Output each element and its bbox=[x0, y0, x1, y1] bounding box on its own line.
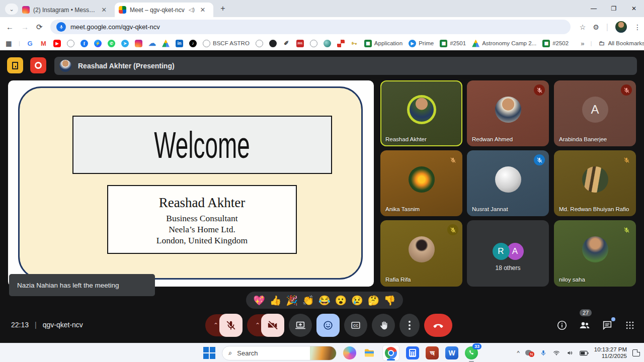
file-explorer-icon[interactable] bbox=[363, 346, 376, 359]
captions-button[interactable]: CC bbox=[344, 314, 367, 337]
volume-icon[interactable] bbox=[566, 349, 574, 356]
bookmark-red-201[interactable]: 201 bbox=[296, 40, 304, 47]
reaction-emoji-button[interactable]: 😢 bbox=[351, 296, 363, 305]
present-screen-button[interactable] bbox=[289, 314, 312, 337]
tray-app-icon[interactable]: N bbox=[525, 349, 534, 357]
chat-panel-button[interactable] bbox=[600, 318, 614, 332]
back-icon[interactable]: ← bbox=[6, 23, 14, 31]
bookmark-instagram[interactable] bbox=[135, 40, 142, 47]
bookmark-teal[interactable] bbox=[324, 40, 331, 47]
record-overlay-button[interactable] bbox=[30, 57, 46, 73]
calculator-icon[interactable] bbox=[406, 346, 419, 359]
bookmark-gold[interactable]: 🗝 bbox=[351, 40, 358, 47]
bookmark-facebook[interactable]: f bbox=[80, 40, 88, 47]
tray-clock[interactable]: 10:13:27 PM 11/2/2025 bbox=[594, 346, 627, 359]
participant-tile[interactable]: RA18 others bbox=[467, 220, 549, 287]
bookmark-pen[interactable]: ✐ bbox=[283, 40, 290, 47]
reaction-emoji-button[interactable]: 🎉 bbox=[286, 296, 298, 305]
reactions-button[interactable] bbox=[316, 314, 340, 337]
reload-icon[interactable]: ⟳ bbox=[36, 23, 43, 32]
battery-icon[interactable] bbox=[580, 350, 589, 356]
participant-tile[interactable]: Rafia Rifa bbox=[380, 220, 462, 287]
reaction-emoji-button[interactable]: 😮 bbox=[335, 296, 347, 305]
bookmark-prime-prime[interactable]: ▶Prime bbox=[409, 40, 434, 47]
end-call-button[interactable] bbox=[424, 314, 452, 337]
participant-tile[interactable]: Anika Tasnim bbox=[380, 150, 462, 216]
tab-audio-icon[interactable]: ◁) bbox=[189, 7, 195, 13]
people-panel-button[interactable]: 27 bbox=[578, 318, 592, 332]
tab-meet[interactable]: Meet – qgv-qket-ncv ◁) ✕ bbox=[115, 3, 213, 17]
mic-permission-icon[interactable] bbox=[56, 22, 66, 32]
bookmark-dark-globe[interactable] bbox=[269, 40, 277, 47]
extensions-icon[interactable]: ⚙ bbox=[593, 23, 599, 31]
reaction-emoji-button[interactable]: 👍 bbox=[270, 296, 282, 305]
tab-close-icon[interactable]: ✕ bbox=[100, 6, 108, 14]
tab-close-icon[interactable]: ✕ bbox=[199, 6, 207, 14]
bookmark-gmail[interactable]: M bbox=[40, 40, 47, 47]
participant-tile[interactable]: AArabinda Banerjee bbox=[554, 80, 636, 146]
bookmark-tiktok[interactable]: ♪ bbox=[189, 40, 197, 47]
bookmark-cloud[interactable]: ☁ bbox=[148, 40, 156, 47]
bookmark-messenger[interactable]: ⚡ bbox=[94, 40, 102, 47]
minimize-button[interactable]: — bbox=[584, 0, 604, 17]
tab-search-button[interactable]: ⌄ bbox=[5, 4, 18, 15]
mic-mute-button[interactable] bbox=[219, 314, 243, 337]
search-highlight-image[interactable] bbox=[310, 346, 336, 360]
bookmark-drive[interactable] bbox=[162, 40, 170, 47]
participant-name: Nusrat Jannat bbox=[472, 206, 508, 212]
bookmark-folder-all-bookmarks[interactable]: 🗀All Bookmarks bbox=[598, 40, 644, 47]
raise-hand-button[interactable] bbox=[372, 314, 395, 337]
participant-tile[interactable]: Nusrat Jannat bbox=[467, 150, 549, 216]
bookmark-google[interactable]: G bbox=[26, 40, 34, 47]
bookmark-telegram[interactable]: ➤ bbox=[121, 40, 129, 47]
notification-center-icon[interactable] bbox=[632, 349, 640, 356]
tab-instagram[interactable]: (2) Instagram • Messages ✕ bbox=[18, 3, 112, 17]
forward-icon[interactable]: → bbox=[21, 23, 29, 31]
bookmark-sheets--2502[interactable]: ▦#2502 bbox=[542, 40, 569, 47]
start-button[interactable] bbox=[203, 347, 215, 359]
bookmark-red-grid[interactable] bbox=[337, 40, 345, 47]
bookmark-apps-grid[interactable]: ▦ bbox=[5, 40, 13, 47]
extension-overlay-button[interactable] bbox=[7, 57, 23, 73]
bookmark-drive-astronomy-camp-2-[interactable]: Astronomy Camp 2... bbox=[472, 40, 536, 47]
bookmark-globe[interactable] bbox=[67, 40, 74, 47]
bookmark-sheets--2501[interactable]: ▦#2501 bbox=[440, 40, 466, 47]
bookmark-star-icon[interactable]: ☆ bbox=[580, 23, 586, 31]
bookmark-globe-bscf-astro[interactable]: BSCF ASTRO bbox=[203, 40, 250, 47]
reaction-emoji-button[interactable]: 🤔 bbox=[367, 296, 379, 305]
bookmark-sheets-application[interactable]: ▦Application bbox=[364, 40, 403, 47]
bookmark-globe[interactable] bbox=[310, 40, 317, 47]
chrome-taskbar-button[interactable] bbox=[382, 345, 399, 361]
bengali-app-icon[interactable]: অ bbox=[426, 346, 439, 359]
wifi-icon[interactable] bbox=[552, 349, 560, 356]
tray-mic-icon[interactable] bbox=[540, 349, 547, 357]
bookmark-linkedin[interactable]: in bbox=[176, 40, 183, 47]
meeting-details-button[interactable] bbox=[555, 318, 569, 332]
taskbar-search[interactable]: ⌕ Search bbox=[222, 346, 337, 360]
participant-tile[interactable]: Redwan Ahmed bbox=[467, 80, 549, 146]
maximize-button[interactable]: ❐ bbox=[604, 0, 624, 17]
bookmark-chevrons[interactable]: » bbox=[581, 40, 584, 47]
bookmark-globe[interactable] bbox=[256, 40, 263, 47]
reaction-emoji-button[interactable]: 😂 bbox=[318, 296, 331, 305]
whatsapp-icon[interactable]: 33 bbox=[465, 346, 478, 359]
more-options-button[interactable] bbox=[399, 314, 420, 337]
reaction-emoji-button[interactable]: 👏 bbox=[302, 296, 314, 305]
menu-kebab-icon[interactable]: ⋮ bbox=[634, 23, 641, 31]
profile-avatar[interactable] bbox=[615, 21, 627, 33]
reaction-emoji-button[interactable]: 👎 bbox=[384, 296, 396, 305]
bookmark-youtube[interactable]: ▶ bbox=[53, 40, 61, 47]
word-icon[interactable]: W bbox=[445, 346, 458, 359]
bookmark-whatsapp[interactable]: ✆ bbox=[108, 40, 115, 47]
participant-tile[interactable]: niloy saha bbox=[554, 220, 636, 287]
close-button[interactable]: ✕ bbox=[624, 0, 644, 17]
activities-button[interactable] bbox=[623, 318, 637, 332]
camera-off-button[interactable] bbox=[261, 314, 284, 337]
participant-tile[interactable]: Reashad Akhter bbox=[380, 80, 462, 146]
participant-tile[interactable]: Md. Redwan Bhuiyan Rafio bbox=[554, 150, 636, 216]
tray-expand-icon[interactable]: ^ bbox=[517, 350, 520, 356]
reaction-emoji-button[interactable]: 💖 bbox=[253, 296, 265, 305]
address-bar[interactable]: meet.google.com/qgv-qket-ncv bbox=[50, 20, 571, 34]
copilot-icon[interactable] bbox=[343, 346, 356, 359]
new-tab-button[interactable]: + bbox=[218, 4, 228, 13]
